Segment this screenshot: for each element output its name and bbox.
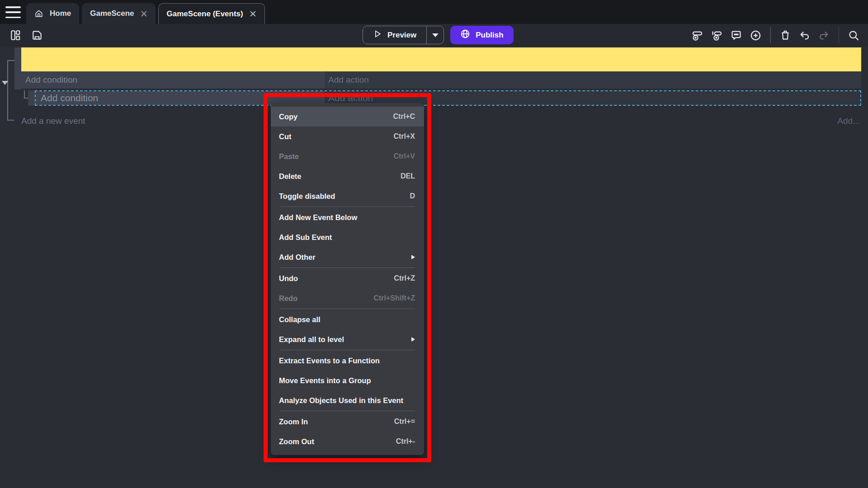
collapse-event-arrow-icon[interactable] [2, 81, 8, 85]
event-row: Add condition Add action [21, 71, 861, 89]
menu-item-analyze-objects-used-in-this-event[interactable]: Analyze Objects Used in this Event [271, 390, 424, 410]
tab-label: Home [50, 9, 71, 18]
chevron-down-icon [432, 33, 439, 37]
tabs: Home GameScene GameScene (Events) [26, 3, 265, 24]
tree-connector [7, 60, 8, 121]
add-condition-label: Add condition [21, 75, 77, 85]
menu-item-copy[interactable]: CopyCtrl+C [271, 107, 424, 127]
menu-item-label: Move Events into a Group [279, 376, 371, 385]
menu-item-shortcut: D [410, 192, 415, 200]
menu-item-shortcut: Ctrl+V [393, 152, 415, 160]
globe-icon [460, 29, 470, 41]
redo-icon[interactable] [816, 27, 832, 43]
menu-item-label: Zoom In [279, 418, 308, 426]
add-circle-icon[interactable] [747, 27, 764, 43]
preview-label: Preview [387, 31, 416, 40]
menu-item-shortcut: Ctrl+X [393, 132, 415, 141]
menu-item-shortcut: Ctrl+Z [394, 274, 415, 282]
submenu-arrow-icon [411, 337, 415, 342]
menu-item-label: Copy [279, 113, 297, 121]
close-icon[interactable] [250, 10, 256, 17]
menu-item-label: Redo [279, 294, 297, 303]
menu-item-add-sub-event[interactable]: Add Sub Event [271, 227, 424, 247]
sub-event-drag-handle[interactable] [28, 90, 35, 106]
menu-item-move-events-into-a-group[interactable]: Move Events into a Group [271, 371, 424, 390]
menu-item-label: Expand all to level [279, 335, 344, 344]
preview-options-button[interactable] [426, 26, 443, 44]
add-condition-label: Add condition [36, 93, 98, 103]
menu-item-shortcut: Ctrl+C [393, 113, 415, 121]
panels-layout-icon[interactable] [7, 27, 24, 43]
hamburger-menu-icon[interactable] [5, 6, 21, 18]
tab-gamescene[interactable]: GameScene [82, 3, 155, 24]
menu-item-label: Add Sub Event [279, 233, 332, 242]
menu-item-add-new-event-below[interactable]: Add New Event Below [271, 207, 424, 227]
tab-bar: Home GameScene GameScene (Events) [0, 0, 868, 24]
play-icon [373, 29, 382, 41]
menu-divider [280, 267, 415, 268]
event-drag-handle[interactable] [14, 47, 21, 89]
tree-connector [7, 60, 14, 61]
toolbar-separator [839, 27, 840, 43]
menu-item-expand-all-to-level[interactable]: Expand all to level [271, 329, 424, 349]
comment-event[interactable] [21, 47, 861, 71]
trash-icon[interactable] [777, 27, 793, 43]
menu-divider [280, 350, 415, 350]
menu-divider [280, 309, 415, 309]
add-action-cell[interactable]: Add action [325, 71, 861, 89]
menu-item-label: Delete [279, 172, 302, 181]
preview-button[interactable]: Preview [363, 26, 426, 44]
add-event-icon[interactable] [689, 27, 705, 43]
publish-label: Publish [476, 31, 503, 40]
tab-label: GameScene [90, 9, 134, 18]
undo-icon[interactable] [797, 27, 813, 43]
search-icon[interactable] [845, 27, 862, 43]
menu-item-label: Add Other [279, 253, 316, 262]
menu-divider [280, 206, 415, 207]
add-button[interactable]: Add... [837, 114, 860, 128]
menu-item-redo: RedoCtrl+Shift+Z [271, 288, 424, 308]
tab-home[interactable]: Home [26, 3, 79, 24]
menu-item-label: Paste [279, 152, 299, 161]
menu-item-label: Analyze Objects Used in this Event [279, 396, 403, 405]
menu-item-shortcut: Ctrl+Shift+Z [373, 294, 415, 302]
tab-gamescene-events[interactable]: GameScene (Events) [158, 3, 265, 24]
menu-item-label: Add New Event Below [279, 213, 357, 222]
menu-item-zoom-out[interactable]: Zoom OutCtrl+- [271, 432, 424, 451]
menu-item-delete[interactable]: DeleteDEL [271, 166, 424, 186]
menu-item-label: Zoom Out [279, 437, 314, 446]
menu-item-shortcut: Ctrl+= [394, 418, 415, 426]
menu-item-undo[interactable]: UndoCtrl+Z [271, 268, 424, 288]
menu-item-shortcut: DEL [401, 172, 415, 180]
add-condition-cell[interactable]: Add condition [21, 71, 325, 89]
menu-item-add-other[interactable]: Add Other [271, 247, 424, 267]
tree-connector [7, 120, 14, 121]
menu-item-label: Extract Events to a Function [279, 357, 380, 365]
add-comment-icon[interactable] [728, 27, 744, 43]
menu-item-cut[interactable]: CutCtrl+X [271, 127, 424, 146]
menu-item-label: Cut [279, 132, 292, 141]
menu-item-toggle-disabled[interactable]: Toggle disabledD [271, 186, 424, 206]
preview-split-button: Preview [363, 26, 444, 44]
close-icon[interactable] [141, 10, 147, 17]
toolbar-separator [770, 27, 771, 43]
menu-item-shortcut: Ctrl+- [396, 437, 415, 446]
events-sheet: Add condition Add action Add condition A… [0, 47, 868, 488]
sub-event-row-selected: Add condition Add action [35, 90, 861, 106]
add-action-label: Add action [325, 75, 369, 85]
add-action-label: Add action [325, 93, 373, 103]
submenu-arrow-icon [411, 255, 415, 259]
home-icon [34, 9, 43, 18]
publish-button[interactable]: Publish [450, 26, 513, 44]
menu-item-extract-events-to-a-function[interactable]: Extract Events to a Function [271, 351, 424, 371]
save-icon[interactable] [29, 27, 45, 43]
add-new-event-button[interactable]: Add a new event [21, 114, 85, 128]
menu-item-collapse-all[interactable]: Collapse all [271, 310, 424, 329]
menu-divider [280, 411, 415, 411]
tab-label: GameScene (Events) [167, 9, 243, 19]
add-sub-event-icon[interactable] [708, 27, 725, 43]
context-menu: CopyCtrl+CCutCtrl+XPasteCtrl+VDeleteDELT… [271, 103, 424, 455]
menu-item-paste: PasteCtrl+V [271, 146, 424, 166]
menu-item-label: Undo [279, 274, 298, 283]
menu-item-zoom-in[interactable]: Zoom InCtrl+= [271, 412, 424, 432]
